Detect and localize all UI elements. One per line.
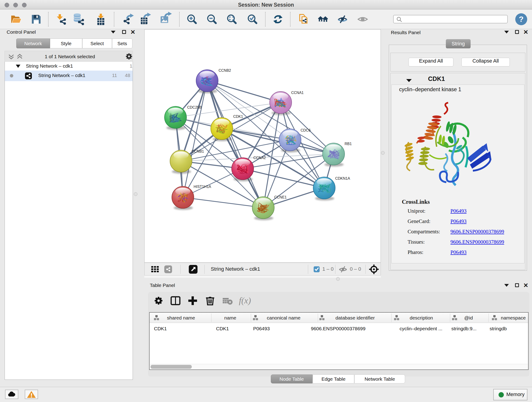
svg-text:canonical name: canonical name bbox=[267, 315, 300, 320]
svg-text:@id: @id bbox=[464, 315, 473, 320]
svg-text:?: ? bbox=[519, 15, 524, 23]
svg-text:CDC6: CDC6 bbox=[301, 128, 311, 132]
svg-text:CDKN1A: CDKN1A bbox=[335, 177, 350, 180]
svg-text:name: name bbox=[224, 315, 236, 320]
svg-text:CCNB2: CCNB2 bbox=[219, 69, 231, 72]
svg-text:CDK1: CDK1 bbox=[233, 115, 243, 119]
svg-text:CDC25B: CDC25B bbox=[187, 105, 202, 109]
svg-text:RB1: RB1 bbox=[345, 142, 352, 146]
svg-text:description: description bbox=[410, 315, 433, 320]
svg-text:CCNB1: CCNB1 bbox=[191, 149, 204, 153]
svg-text:1 of 1 Network selected: 1 of 1 Network selected bbox=[45, 54, 95, 59]
svg-text:namespace: namespace bbox=[501, 315, 526, 320]
svg-text:CCNA1: CCNA1 bbox=[291, 91, 304, 95]
svg-text:HIST1H1A: HIST1H1A bbox=[194, 185, 211, 189]
svg-text:CCNE1: CCNE1 bbox=[274, 195, 287, 199]
svg-text:database identifier: database identifier bbox=[336, 315, 375, 320]
svg-text:f(x): f(x) bbox=[239, 296, 251, 306]
svg-text:shared name: shared name bbox=[167, 315, 195, 320]
svg-text:CCNA2: CCNA2 bbox=[253, 156, 266, 160]
